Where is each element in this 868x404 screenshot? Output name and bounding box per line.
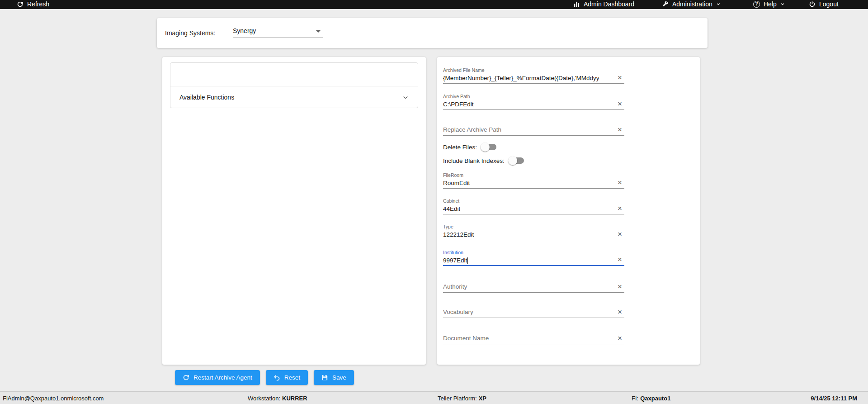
clear-icon: ×	[618, 73, 622, 82]
admin-dashboard-button[interactable]: Admin Dashboard	[573, 0, 634, 9]
field-institution[interactable]: Institution 9997Edit ×	[443, 250, 624, 266]
functions-panel-header-area	[170, 63, 418, 86]
fi-status: FI:Qaxpauto1	[632, 395, 670, 402]
clear-icon: ×	[618, 334, 622, 342]
functions-card: Available Functions	[162, 57, 426, 365]
delete-files-toggle-row: Delete Files:	[443, 142, 496, 152]
field-replace-archive-path[interactable]: Replace Archive Path ×	[443, 119, 624, 136]
include-blank-indexes-toggle[interactable]	[509, 157, 524, 164]
logged-in-user: FiAdmin@Qaxpauto1.onmicrosoft.com	[3, 395, 104, 402]
imaging-systems-card: Imaging Systems: Synergy	[157, 18, 708, 48]
clear-button[interactable]: ×	[615, 255, 624, 264]
clear-icon: ×	[618, 204, 622, 213]
help-label: Help	[764, 0, 777, 8]
power-icon	[809, 1, 816, 8]
field-label: Institution	[443, 250, 624, 256]
field-value: C:\PDFEdit	[443, 101, 474, 108]
chevron-down-icon	[716, 2, 721, 6]
field-value: 44Edit	[443, 205, 460, 213]
action-button-row: Restart Archive Agent Reset Save	[175, 370, 354, 385]
chevron-down-icon	[402, 94, 409, 100]
toggle-knob	[481, 143, 490, 152]
field-placeholder: Vocabulary	[443, 309, 473, 315]
clear-button[interactable]: ×	[615, 229, 624, 238]
refresh-label: Refresh	[27, 0, 49, 8]
field-placeholder: Document Name	[443, 335, 489, 342]
delete-files-toggle[interactable]	[481, 144, 496, 150]
field-label: FileRoom	[443, 172, 624, 178]
available-functions-label: Available Functions	[179, 94, 234, 101]
clear-button[interactable]: ×	[615, 282, 624, 291]
clear-button[interactable]: ×	[615, 178, 624, 187]
clear-icon: ×	[618, 125, 622, 134]
help-icon: ?	[753, 1, 760, 8]
clear-button[interactable]: ×	[615, 307, 624, 316]
field-placeholder: Replace Archive Path	[443, 126, 501, 133]
top-navigation-bar: Refresh Admin Dashboard Administration ?…	[0, 0, 868, 9]
field-authority[interactable]: Authority ×	[443, 276, 624, 293]
logout-label: Logout	[819, 0, 839, 8]
imaging-system-select[interactable]: Synergy	[233, 24, 323, 38]
field-label: Archived File Name	[443, 67, 624, 73]
restart-archive-agent-button[interactable]: Restart Archive Agent	[175, 370, 260, 385]
administration-label: Administration	[672, 0, 712, 8]
field-document-name[interactable]: Document Name ×	[443, 328, 624, 344]
undo-icon	[274, 374, 280, 381]
field-label: Cabinet	[443, 198, 624, 204]
clear-icon: ×	[618, 308, 622, 316]
save-label: Save	[332, 374, 346, 381]
status-bar: FiAdmin@Qaxpauto1.onmicrosoft.com Workst…	[0, 391, 868, 404]
available-functions-expander[interactable]: Available Functions	[170, 86, 418, 108]
save-icon	[321, 374, 328, 381]
refresh-icon	[183, 374, 189, 381]
restart-archive-agent-label: Restart Archive Agent	[193, 374, 252, 381]
toggle-label: Include Blank Indexes:	[443, 157, 505, 164]
toggle-label: Delete Files:	[443, 144, 477, 151]
dropdown-caret-icon	[316, 30, 321, 33]
clear-button[interactable]: ×	[615, 99, 624, 108]
field-value: {MemberNumber}_{Teller}_%FormatDate({Dat…	[443, 75, 599, 82]
dashboard-icon	[573, 1, 580, 8]
field-placeholder: Authority	[443, 283, 467, 290]
functions-panel: Available Functions	[170, 62, 418, 108]
field-label: Archive Path	[443, 94, 624, 100]
clear-icon: ×	[618, 100, 622, 108]
logout-button[interactable]: Logout	[809, 0, 839, 9]
workstation-status: Workstation:KURRER	[248, 395, 307, 402]
field-archive-path[interactable]: Archive Path C:\PDFEdit ×	[443, 94, 624, 110]
toggle-knob	[508, 156, 517, 165]
clear-icon: ×	[618, 178, 622, 187]
text-cursor	[467, 257, 468, 264]
clear-icon: ×	[618, 282, 622, 291]
field-archived-file-name[interactable]: Archived File Name {MemberNumber}_{Telle…	[443, 67, 624, 84]
datetime-status: 9/14/25 12:11 PM	[811, 395, 857, 402]
field-vocabulary[interactable]: Vocabulary ×	[443, 302, 624, 318]
archive-settings-card: Archived File Name {MemberNumber}_{Telle…	[437, 57, 700, 365]
save-button[interactable]: Save	[314, 370, 354, 385]
reset-label: Reset	[284, 374, 300, 381]
field-value: 122212Edit	[443, 231, 474, 238]
wrench-icon	[662, 1, 669, 8]
clear-icon: ×	[618, 230, 622, 238]
teller-platform-status: Teller Platform:XP	[438, 395, 486, 402]
refresh-button[interactable]: Refresh	[17, 0, 49, 9]
administration-menu[interactable]: Administration	[662, 0, 721, 9]
field-value: RoomEdit	[443, 180, 470, 187]
clear-button[interactable]: ×	[615, 204, 624, 213]
field-value: 9997Edit	[443, 257, 467, 264]
imaging-system-selected-value: Synergy	[233, 27, 323, 34]
imaging-systems-label: Imaging Systems:	[165, 29, 215, 37]
reset-button[interactable]: Reset	[266, 370, 308, 385]
field-type[interactable]: Type 122212Edit ×	[443, 224, 624, 240]
clear-button[interactable]: ×	[615, 73, 624, 82]
include-blank-indexes-toggle-row: Include Blank Indexes:	[443, 155, 524, 166]
clear-button[interactable]: ×	[615, 125, 624, 134]
admin-dashboard-label: Admin Dashboard	[584, 0, 634, 8]
help-menu[interactable]: ? Help	[753, 0, 785, 9]
clear-icon: ×	[618, 255, 622, 264]
field-fileroom[interactable]: FileRoom RoomEdit ×	[443, 172, 624, 189]
chevron-down-icon	[780, 2, 785, 6]
field-label: Type	[443, 224, 624, 230]
clear-button[interactable]: ×	[615, 333, 624, 342]
field-cabinet[interactable]: Cabinet 44Edit ×	[443, 198, 624, 214]
